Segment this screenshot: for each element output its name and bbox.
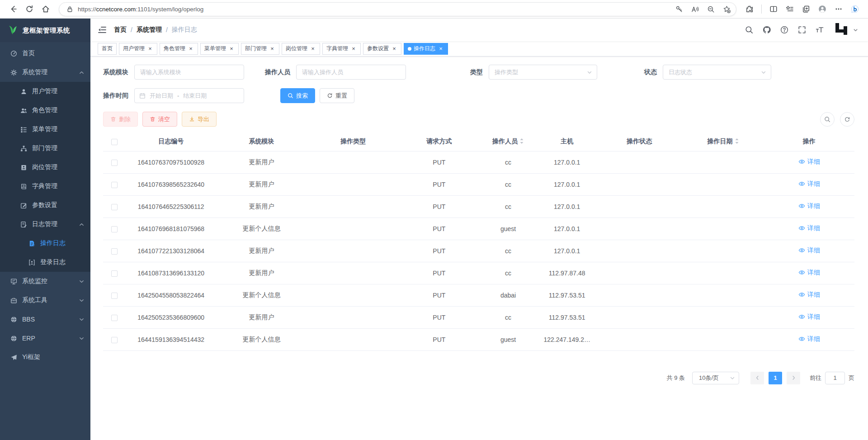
close-icon[interactable]: × bbox=[147, 46, 153, 52]
search-button[interactable]: 搜索 bbox=[280, 88, 315, 103]
split-screen-icon[interactable] bbox=[767, 2, 780, 16]
tab[interactable]: 字典管理 × bbox=[322, 43, 361, 55]
sidebar-item-menu-mgmt[interactable]: 菜单管理 bbox=[0, 120, 90, 139]
header-search-icon[interactable] bbox=[745, 26, 753, 34]
breadcrumb-home[interactable]: 首页 bbox=[114, 26, 127, 34]
delete-button[interactable]: 删除 bbox=[103, 112, 138, 127]
prev-page-button[interactable] bbox=[750, 372, 764, 384]
close-icon[interactable]: × bbox=[228, 46, 235, 52]
tab[interactable]: 岗位管理 × bbox=[282, 43, 320, 55]
detail-button[interactable]: 详细 bbox=[798, 158, 820, 166]
row-checkbox[interactable] bbox=[111, 182, 118, 188]
tab[interactable]: 首页 bbox=[98, 43, 117, 55]
close-icon[interactable]: × bbox=[269, 46, 275, 52]
clear-button[interactable]: 清空 bbox=[142, 112, 177, 127]
detail-button[interactable]: 详细 bbox=[798, 269, 820, 277]
breadcrumb-system-mgmt[interactable]: 系统管理 bbox=[137, 26, 162, 34]
browser-back-button[interactable] bbox=[6, 2, 20, 16]
date-range-picker[interactable]: 开始日期 - 结束日期 bbox=[134, 88, 244, 103]
add-favorite-star-icon[interactable] bbox=[721, 3, 732, 15]
status-select[interactable]: 日志状态 bbox=[663, 65, 771, 80]
sidebar-item-login-log[interactable]: 登录日志 bbox=[0, 253, 90, 272]
password-key-icon[interactable] bbox=[673, 3, 685, 15]
row-checkbox[interactable] bbox=[111, 293, 118, 299]
sidebar-item-system-monitor[interactable]: 系统监控 bbox=[0, 272, 90, 291]
page-size-select[interactable]: 10条/页 bbox=[692, 372, 739, 384]
type-select[interactable]: 操作类型 bbox=[489, 65, 597, 80]
bing-chat-icon[interactable] bbox=[848, 2, 862, 16]
show-search-toggle-icon[interactable] bbox=[820, 112, 835, 127]
sidebar-item-yi-framework[interactable]: Yi框架 bbox=[0, 348, 90, 367]
sidebar-item-post-mgmt[interactable]: 岗位管理 bbox=[0, 158, 90, 177]
user-menu[interactable] bbox=[833, 21, 858, 39]
row-checkbox[interactable] bbox=[111, 226, 118, 232]
row-checkbox[interactable] bbox=[111, 204, 118, 210]
help-icon[interactable] bbox=[780, 26, 788, 34]
detail-button[interactable]: 详细 bbox=[798, 224, 820, 232]
browser-home-button[interactable] bbox=[39, 2, 52, 16]
row-checkbox[interactable] bbox=[111, 248, 118, 255]
extensions-icon[interactable] bbox=[743, 2, 756, 16]
close-icon[interactable]: × bbox=[350, 46, 357, 52]
sidebar-item-oper-log[interactable]: 操作日志 bbox=[0, 234, 90, 253]
collections-icon[interactable] bbox=[799, 2, 813, 16]
close-icon[interactable]: × bbox=[310, 46, 316, 52]
browser-refresh-button[interactable] bbox=[23, 2, 36, 16]
select-all-checkbox[interactable] bbox=[111, 139, 118, 145]
row-checkbox[interactable] bbox=[111, 160, 118, 166]
col-operator[interactable]: 操作人员 bbox=[479, 132, 538, 151]
sort-icon[interactable] bbox=[519, 138, 524, 146]
browser-menu-ellipsis-icon[interactable] bbox=[832, 2, 845, 16]
browser-profile-avatar[interactable] bbox=[816, 2, 829, 16]
col-date[interactable]: 操作日期 bbox=[682, 132, 764, 151]
tab[interactable]: 部门管理 × bbox=[241, 43, 279, 55]
row-checkbox[interactable] bbox=[111, 315, 118, 321]
tab[interactable]: 角色管理 × bbox=[160, 43, 198, 55]
detail-button[interactable]: 详细 bbox=[798, 180, 820, 188]
tab[interactable]: 参数设置 × bbox=[363, 43, 401, 55]
next-page-button[interactable] bbox=[787, 372, 800, 384]
sort-icon[interactable] bbox=[735, 138, 739, 146]
tab[interactable]: 菜单管理 × bbox=[200, 43, 239, 55]
module-input[interactable] bbox=[134, 65, 244, 80]
sidebar-item-erp[interactable]: ERP bbox=[0, 329, 90, 348]
fullscreen-icon[interactable] bbox=[798, 26, 806, 34]
tab[interactable]: 用户管理 × bbox=[119, 43, 157, 55]
sidebar-toggle-icon[interactable] bbox=[98, 25, 107, 34]
operator-input[interactable] bbox=[296, 65, 406, 80]
export-button[interactable]: 导出 bbox=[182, 112, 217, 127]
sidebar-item-system-mgmt[interactable]: 系统管理 bbox=[0, 63, 90, 82]
detail-button[interactable]: 详细 bbox=[798, 335, 820, 343]
tab[interactable]: 操作日志 × bbox=[404, 43, 448, 55]
sidebar-item-system-tools[interactable]: 系统工具 bbox=[0, 291, 90, 310]
app-logo[interactable]: 意框架管理系统 bbox=[0, 19, 90, 42]
read-aloud-icon[interactable] bbox=[689, 3, 701, 15]
zoom-out-icon[interactable] bbox=[705, 3, 717, 15]
refresh-table-icon[interactable] bbox=[840, 112, 854, 127]
goto-page-input[interactable] bbox=[825, 372, 845, 384]
detail-button[interactable]: 详细 bbox=[798, 291, 820, 299]
page-number-1[interactable]: 1 bbox=[769, 372, 782, 384]
row-checkbox[interactable] bbox=[111, 270, 118, 277]
sidebar-item-param-settings[interactable]: 参数设置 bbox=[0, 196, 90, 215]
detail-button[interactable]: 详细 bbox=[798, 246, 820, 255]
sidebar-item-user-mgmt[interactable]: 用户管理 bbox=[0, 82, 90, 101]
close-icon[interactable]: × bbox=[438, 46, 444, 52]
detail-button[interactable]: 详细 bbox=[798, 313, 820, 321]
sidebar-item-home[interactable]: 首页 bbox=[0, 44, 90, 63]
github-icon[interactable] bbox=[763, 26, 771, 34]
cell-type bbox=[307, 151, 400, 173]
close-icon[interactable]: × bbox=[391, 46, 397, 52]
sidebar-item-role-mgmt[interactable]: 角色管理 bbox=[0, 101, 90, 120]
sidebar-item-log-mgmt[interactable]: 日志管理 bbox=[0, 215, 90, 234]
detail-button[interactable]: 详细 bbox=[798, 202, 820, 210]
sidebar-item-dict-mgmt[interactable]: 字典管理 bbox=[0, 177, 90, 196]
sidebar-item-bbs[interactable]: BBS bbox=[0, 310, 90, 329]
font-size-icon[interactable] bbox=[816, 26, 824, 34]
row-checkbox[interactable] bbox=[111, 337, 118, 343]
sidebar-item-dept-mgmt[interactable]: 部门管理 bbox=[0, 139, 90, 158]
reset-button[interactable]: 重置 bbox=[320, 88, 354, 103]
address-bar[interactable]: https://ccnetcore.com:1101/system/log/op… bbox=[59, 2, 736, 16]
favorites-bar-icon[interactable] bbox=[783, 2, 797, 16]
close-icon[interactable]: × bbox=[188, 46, 194, 52]
